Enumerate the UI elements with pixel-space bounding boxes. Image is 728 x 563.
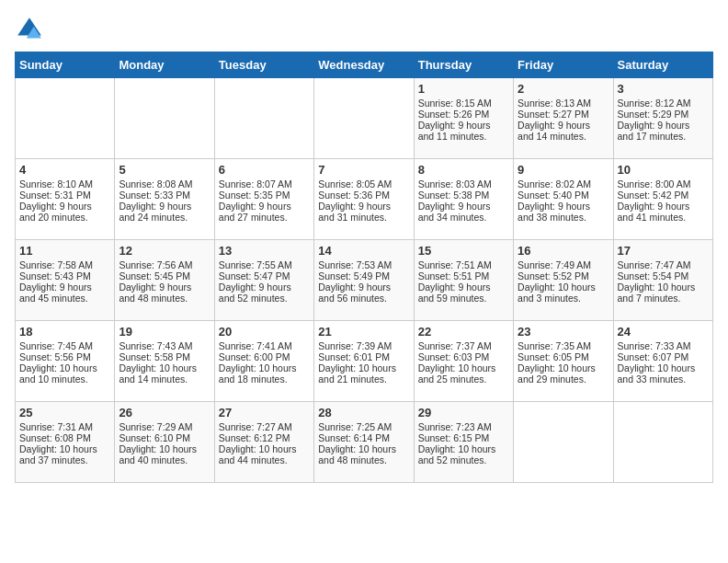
day-info: Daylight: 10 hours (518, 282, 609, 293)
day-info: Sunset: 5:45 PM (119, 270, 210, 282)
calendar-cell: 19Sunrise: 7:43 AMSunset: 5:58 PMDayligh… (115, 321, 214, 402)
day-info: and 44 minutes. (219, 454, 310, 465)
day-info: Sunrise: 8:08 AM (119, 178, 210, 190)
calendar-cell: 8Sunrise: 8:03 AMSunset: 5:38 PMDaylight… (414, 159, 513, 240)
calendar-cell: 24Sunrise: 7:33 AMSunset: 6:07 PMDayligh… (613, 321, 712, 402)
day-info: Sunrise: 8:15 AM (418, 98, 509, 109)
day-number: 4 (19, 163, 110, 177)
calendar-cell (314, 78, 414, 159)
day-number: 24 (618, 325, 709, 339)
calendar-cell: 27Sunrise: 7:27 AMSunset: 6:12 PMDayligh… (214, 402, 313, 483)
day-number: 7 (318, 163, 409, 177)
calendar-cell (613, 402, 712, 483)
day-info: Daylight: 10 hours (119, 443, 210, 454)
calendar-table: SundayMondayTuesdayWednesdayThursdayFrid… (15, 52, 713, 483)
day-info: Sunset: 5:47 PM (219, 270, 310, 282)
day-info: Daylight: 9 hours (418, 201, 509, 212)
day-info: Sunrise: 7:43 AM (119, 340, 210, 351)
header-cell-tuesday: Tuesday (214, 52, 313, 78)
header-cell-thursday: Thursday (414, 52, 513, 78)
day-info: and 48 minutes. (119, 293, 210, 304)
day-info: and 7 minutes. (618, 293, 709, 304)
day-info: Sunset: 6:15 PM (418, 432, 509, 443)
day-info: Sunrise: 8:12 AM (618, 98, 709, 109)
day-info: Sunrise: 7:47 AM (618, 259, 709, 270)
day-number: 23 (518, 325, 609, 339)
day-info: Sunrise: 7:23 AM (418, 421, 509, 432)
day-info: Daylight: 10 hours (518, 362, 609, 373)
day-info: and 20 minutes. (19, 212, 110, 223)
day-info: Sunrise: 8:07 AM (219, 178, 310, 190)
day-number: 3 (618, 82, 709, 96)
calendar-cell (16, 78, 115, 159)
day-info: and 14 minutes. (518, 131, 609, 142)
day-number: 1 (418, 82, 509, 96)
header-cell-sunday: Sunday (16, 52, 115, 78)
day-info: Daylight: 10 hours (219, 362, 310, 373)
day-info: Sunset: 6:03 PM (418, 351, 509, 362)
calendar-cell: 12Sunrise: 7:56 AMSunset: 5:45 PMDayligh… (115, 240, 214, 321)
day-info: Sunrise: 7:53 AM (318, 259, 409, 270)
header-cell-friday: Friday (514, 52, 613, 78)
day-number: 18 (19, 325, 110, 339)
day-info: Sunset: 5:38 PM (418, 190, 509, 201)
day-info: Sunset: 5:35 PM (219, 190, 310, 201)
calendar-cell (514, 402, 613, 483)
day-number: 16 (518, 244, 609, 258)
day-info: Daylight: 9 hours (518, 201, 609, 212)
day-number: 12 (119, 244, 210, 258)
calendar-body: 1Sunrise: 8:15 AMSunset: 5:26 PMDaylight… (16, 78, 713, 483)
calendar-cell: 17Sunrise: 7:47 AMSunset: 5:54 PMDayligh… (613, 240, 712, 321)
day-info: Sunset: 5:29 PM (618, 109, 709, 120)
day-info: Sunset: 6:00 PM (219, 351, 310, 362)
calendar-cell: 23Sunrise: 7:35 AMSunset: 6:05 PMDayligh… (514, 321, 613, 402)
day-info: and 33 minutes. (618, 373, 709, 385)
day-info: Sunset: 5:36 PM (318, 190, 409, 201)
day-info: Daylight: 9 hours (418, 282, 509, 293)
day-info: Daylight: 9 hours (19, 201, 110, 212)
header (15, 15, 713, 44)
day-number: 25 (19, 406, 110, 419)
day-number: 20 (219, 325, 310, 339)
day-info: Daylight: 10 hours (119, 362, 210, 373)
day-info: Daylight: 9 hours (418, 120, 509, 131)
day-info: Daylight: 10 hours (418, 443, 509, 454)
day-info: Daylight: 10 hours (318, 362, 409, 373)
day-info: Sunrise: 8:02 AM (518, 178, 609, 190)
day-info: Daylight: 9 hours (219, 282, 310, 293)
day-number: 10 (618, 163, 709, 177)
day-info: Sunrise: 7:27 AM (219, 421, 310, 432)
day-number: 22 (418, 325, 509, 339)
day-info: Sunset: 6:01 PM (318, 351, 409, 362)
week-row-3: 11Sunrise: 7:58 AMSunset: 5:43 PMDayligh… (16, 240, 713, 321)
day-number: 27 (219, 406, 310, 419)
calendar-cell: 26Sunrise: 7:29 AMSunset: 6:10 PMDayligh… (115, 402, 214, 483)
day-info: Sunset: 5:49 PM (318, 270, 409, 282)
day-info: and 38 minutes. (518, 212, 609, 223)
day-info: and 34 minutes. (418, 212, 509, 223)
week-row-1: 1Sunrise: 8:15 AMSunset: 5:26 PMDaylight… (16, 78, 713, 159)
day-number: 11 (19, 244, 110, 258)
calendar-cell: 11Sunrise: 7:58 AMSunset: 5:43 PMDayligh… (16, 240, 115, 321)
header-cell-wednesday: Wednesday (314, 52, 414, 78)
day-info: Sunset: 5:56 PM (19, 351, 110, 362)
day-info: Sunrise: 7:29 AM (119, 421, 210, 432)
day-info: and 52 minutes. (219, 293, 310, 304)
day-info: Sunset: 5:43 PM (19, 270, 110, 282)
day-info: and 56 minutes. (318, 293, 409, 304)
day-info: Sunset: 5:27 PM (518, 109, 609, 120)
day-info: Daylight: 10 hours (318, 443, 409, 454)
day-info: Daylight: 9 hours (518, 120, 609, 131)
day-info: Daylight: 9 hours (318, 282, 409, 293)
day-info: Sunrise: 7:45 AM (19, 340, 110, 351)
day-info: Sunrise: 7:55 AM (219, 259, 310, 270)
day-info: Daylight: 9 hours (219, 201, 310, 212)
day-info: Sunrise: 7:51 AM (418, 259, 509, 270)
day-number: 6 (219, 163, 310, 177)
day-info: Sunset: 5:51 PM (418, 270, 509, 282)
day-info: and 45 minutes. (19, 293, 110, 304)
day-info: Sunset: 5:33 PM (119, 190, 210, 201)
calendar-cell: 5Sunrise: 8:08 AMSunset: 5:33 PMDaylight… (115, 159, 214, 240)
calendar-cell: 21Sunrise: 7:39 AMSunset: 6:01 PMDayligh… (314, 321, 414, 402)
calendar-cell: 28Sunrise: 7:25 AMSunset: 6:14 PMDayligh… (314, 402, 414, 483)
